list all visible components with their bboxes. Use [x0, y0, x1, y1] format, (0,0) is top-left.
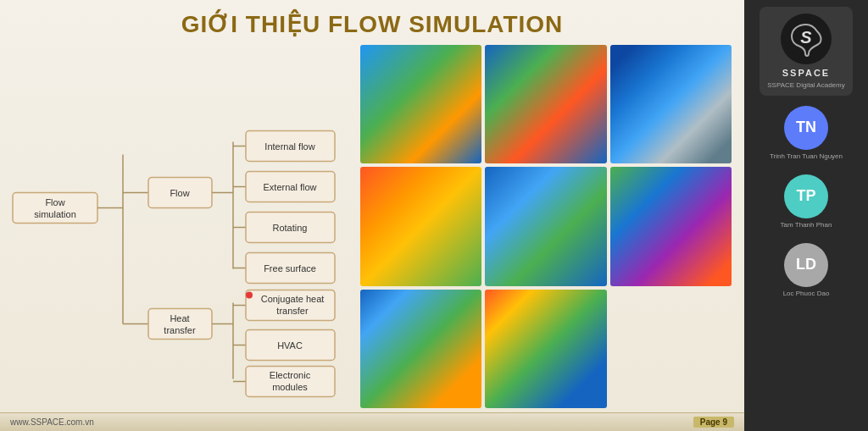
svg-text:Flow: Flow	[45, 197, 64, 207]
svg-text:Rotating: Rotating	[273, 223, 308, 233]
page-title: GIỚI THIỆU FLOW SIMULATION	[0, 0, 744, 45]
logo-name: SSPACE	[782, 68, 830, 78]
simulation-image-5	[485, 167, 606, 285]
website-label: www.SSPACE.com.vn	[10, 417, 94, 427]
avatar-circle-ld: LD	[784, 243, 828, 287]
avatar-name-tn: Trinh Tran Tuan Nguyen	[770, 152, 843, 160]
svg-text:transfer: transfer	[276, 306, 309, 316]
page-badge: Page 9	[693, 417, 734, 428]
avatar-name-ld: Loc Phuoc Dao	[783, 290, 830, 297]
footer: www.SSPACE.com.vn Page 9	[0, 412, 744, 431]
simulation-image-4	[360, 167, 481, 285]
simulation-image-2	[485, 45, 606, 163]
svg-text:External flow: External flow	[264, 182, 317, 192]
simulation-image-3	[610, 45, 732, 163]
svg-text:Internal flow: Internal flow	[264, 141, 314, 152]
svg-text:modules: modules	[272, 382, 308, 392]
svg-text:S: S	[800, 28, 812, 47]
diagram-area: Flow simulation Flow Internal flow	[8, 45, 356, 408]
avatar-name-tp: Tam Thanh Phan	[781, 221, 832, 229]
avatar-tp: TP Tam Thanh Phan	[760, 169, 853, 233]
svg-text:Free surface: Free surface	[264, 263, 316, 274]
simulation-image-7	[360, 290, 481, 408]
images-grid	[356, 45, 736, 408]
svg-text:Conjugate heat: Conjugate heat	[261, 294, 325, 304]
avatar-tn: TN Trinh Tran Tuan Nguyen	[760, 101, 853, 164]
avatar-circle-tn: TN	[784, 106, 828, 150]
simulation-image-6	[610, 167, 732, 285]
avatar-ld: LD Loc Phuoc Dao	[760, 238, 853, 301]
avatar-circle-tp: TP	[784, 174, 828, 218]
svg-point-30	[246, 292, 253, 299]
svg-text:transfer: transfer	[164, 325, 196, 335]
logo-subtitle: SSPACE Digital Academy	[767, 81, 844, 89]
svg-text:Flow: Flow	[170, 188, 189, 198]
logo-circle: S	[781, 14, 832, 64]
simulation-image-1	[360, 45, 481, 163]
svg-text:Electronic: Electronic	[270, 370, 311, 380]
svg-text:Heat: Heat	[170, 313, 189, 323]
sidebar: S SSPACE SSPACE Digital Academy TN Trinh…	[744, 0, 868, 431]
svg-text:simulation: simulation	[34, 209, 76, 219]
svg-text:HVAC: HVAC	[277, 340, 303, 351]
body-area: Flow simulation Flow Internal flow	[0, 45, 744, 412]
simulation-image-8	[485, 290, 606, 408]
logo-area: S SSPACE SSPACE Digital Academy	[760, 7, 853, 96]
main-content: GIỚI THIỆU FLOW SIMULATION Flow simulati…	[0, 0, 744, 431]
